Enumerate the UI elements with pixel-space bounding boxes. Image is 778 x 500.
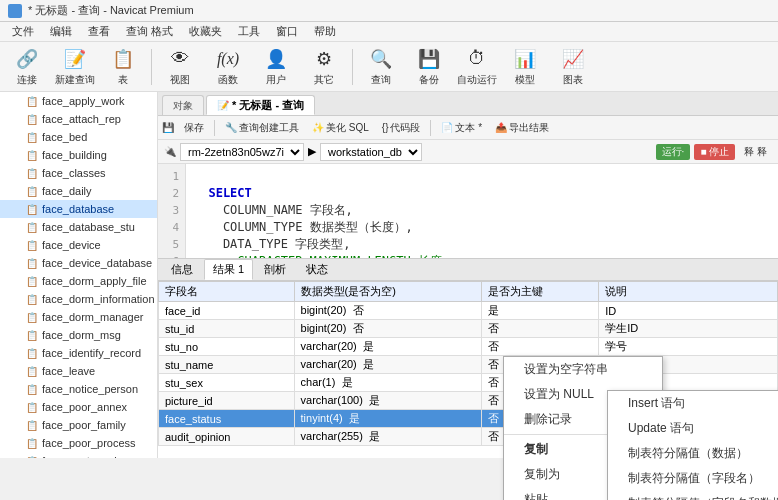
- run-btn[interactable]: 运行·: [656, 144, 691, 160]
- stop-btn[interactable]: ■ 停止: [694, 144, 735, 160]
- sub-ctx-tab-data[interactable]: 制表符分隔值（数据）: [608, 441, 778, 466]
- table-row[interactable]: stu_sex char(1) 是 否 性别: [159, 374, 778, 392]
- tool-other[interactable]: ⚙ 其它: [301, 45, 347, 89]
- cell-primary: 是: [481, 302, 598, 320]
- sidebar: 📋face_apply_work 📋face_attach_rep 📋face_…: [0, 92, 158, 458]
- col-header-field: 字段名: [159, 282, 295, 302]
- sidebar-item-7[interactable]: 📋face_database_stu: [0, 218, 157, 236]
- tool-user[interactable]: 👤 用户: [253, 45, 299, 89]
- tool-connect-label: 连接: [17, 73, 37, 87]
- sidebar-item-18[interactable]: 📋face_poor_family: [0, 416, 157, 434]
- cell-field: face_id: [159, 302, 295, 320]
- app-icon: [8, 4, 22, 18]
- cell-type: varchar(255) 是: [294, 428, 481, 446]
- sql-code-content: SELECT COLUMN_NAME 字段名, COLUMN_TYPE 数据类型…: [186, 164, 532, 258]
- sidebar-item-16[interactable]: 📋face_notice_person: [0, 380, 157, 398]
- beautify-btn[interactable]: ✨ 美化 SQL: [307, 119, 374, 137]
- table-row[interactable]: face_id bigint(20) 否 是 ID: [159, 302, 778, 320]
- export-btn[interactable]: 📤 导出结果: [490, 119, 554, 137]
- menu-window[interactable]: 窗口: [268, 22, 306, 41]
- table-row[interactable]: stu_name varchar(20) 是 否 姓名: [159, 356, 778, 374]
- title-text: * 无标题 - 查询 - Navicat Premium: [28, 3, 194, 18]
- menu-favorites[interactable]: 收藏夹: [181, 22, 230, 41]
- menu-query-format[interactable]: 查询 格式: [118, 22, 181, 41]
- sidebar-item-3[interactable]: 📋face_building: [0, 146, 157, 164]
- menu-view[interactable]: 查看: [80, 22, 118, 41]
- menu-file[interactable]: 文件: [4, 22, 42, 41]
- toolbar-separator-2: [352, 49, 353, 85]
- sidebar-item-0[interactable]: 📋face_apply_work: [0, 92, 157, 110]
- code-snippet-btn[interactable]: {} 代码段: [377, 119, 426, 137]
- query-builder-btn[interactable]: 🔧 查询创建工具: [220, 119, 304, 137]
- qtb-sep-1: [214, 120, 215, 136]
- other-icon: ⚙: [312, 47, 336, 71]
- connection-select[interactable]: rm-2zetn83n05wz7i: [180, 143, 304, 161]
- cell-primary: 否: [481, 320, 598, 338]
- ctx-set-empty[interactable]: 设置为空字符串: [504, 357, 662, 382]
- cell-primary: 否: [481, 338, 598, 356]
- sidebar-item-20[interactable]: 📋face_post_apply: [0, 452, 157, 458]
- database-select[interactable]: workstation_db: [320, 143, 422, 161]
- sidebar-item-9[interactable]: 📋face_device_database: [0, 254, 157, 272]
- table-icon-15: 📋: [26, 366, 38, 377]
- text-mode-btn[interactable]: 📄 文本 *: [436, 119, 487, 137]
- tool-view[interactable]: 👁 视图: [157, 45, 203, 89]
- sidebar-item-2[interactable]: 📋face_bed: [0, 128, 157, 146]
- sub-ctx-tab-all[interactable]: 制表符分隔值（字段名和数据）: [608, 491, 778, 500]
- tool-model[interactable]: 📊 模型: [502, 45, 548, 89]
- view-icon: 👁: [168, 47, 192, 71]
- cell-field: face_status: [159, 410, 295, 428]
- tool-backup-label: 备份: [419, 73, 439, 87]
- tool-backup[interactable]: 💾 备份: [406, 45, 452, 89]
- sidebar-item-13[interactable]: 📋face_dorm_msg: [0, 326, 157, 344]
- sidebar-item-19[interactable]: 📋face_poor_process: [0, 434, 157, 452]
- tool-autorun[interactable]: ⏱ 自动运行: [454, 45, 500, 89]
- sidebar-item-4[interactable]: 📋face_classes: [0, 164, 157, 182]
- menu-edit[interactable]: 编辑: [42, 22, 80, 41]
- results-tab-analyze[interactable]: 剖析: [255, 259, 295, 280]
- qtb-sep-2: [430, 120, 431, 136]
- title-bar: * 无标题 - 查询 - Navicat Premium: [0, 0, 778, 22]
- table-icon-14: 📋: [26, 348, 38, 359]
- menu-help[interactable]: 帮助: [306, 22, 344, 41]
- user-icon: 👤: [264, 47, 288, 71]
- tool-table[interactable]: 📋 表: [100, 45, 146, 89]
- tool-other-label: 其它: [314, 73, 334, 87]
- sidebar-item-8[interactable]: 📋face_device: [0, 236, 157, 254]
- connect-icon: 🔗: [15, 47, 39, 71]
- tool-chart[interactable]: 📈 图表: [550, 45, 596, 89]
- col-header-primary: 是否为主键: [481, 282, 598, 302]
- results-tab-info[interactable]: 信息: [162, 259, 202, 280]
- sidebar-item-17[interactable]: 📋face_poor_annex: [0, 398, 157, 416]
- object-tab[interactable]: 对象: [162, 95, 204, 115]
- sidebar-item-6[interactable]: 📋face_database: [0, 200, 157, 218]
- sidebar-item-12[interactable]: 📋face_dorm_manager: [0, 308, 157, 326]
- sidebar-item-15[interactable]: 📋face_leave: [0, 362, 157, 380]
- sidebar-item-14[interactable]: 📋face_identify_record: [0, 344, 157, 362]
- tool-function[interactable]: f(x) 函数: [205, 45, 251, 89]
- sub-ctx-update[interactable]: Update 语句: [608, 416, 778, 441]
- sidebar-item-11[interactable]: 📋face_dorm_information: [0, 290, 157, 308]
- col-header-type: 数据类型(是否为空): [294, 282, 481, 302]
- tool-new-query[interactable]: 📝 新建查询: [52, 45, 98, 89]
- save-btn[interactable]: 保存: [179, 119, 209, 137]
- sql-editor[interactable]: 123456789 SELECT COLUMN_NAME 字段名, COLUMN…: [158, 164, 778, 258]
- explain-btn[interactable]: 释 释: [739, 143, 772, 161]
- cell-field: stu_id: [159, 320, 295, 338]
- results-tab-result[interactable]: 结果 1: [204, 259, 253, 280]
- table-row[interactable]: stu_no varchar(20) 是 否 学号: [159, 338, 778, 356]
- table-icon-10: 📋: [26, 276, 38, 287]
- table-icon-7: 📋: [26, 222, 38, 233]
- menu-tools[interactable]: 工具: [230, 22, 268, 41]
- sub-ctx-insert[interactable]: Insert 语句: [608, 391, 778, 416]
- sub-ctx-tab-fields[interactable]: 制表符分隔值（字段名）: [608, 466, 778, 491]
- sidebar-item-10[interactable]: 📋face_dorm_apply_file: [0, 272, 157, 290]
- sidebar-item-5[interactable]: 📋face_daily: [0, 182, 157, 200]
- query-tab[interactable]: 📝 * 无标题 - 查询: [206, 95, 315, 115]
- tool-query[interactable]: 🔍 查询: [358, 45, 404, 89]
- tool-connect[interactable]: 🔗 连接: [4, 45, 50, 89]
- table-row[interactable]: stu_id bigint(20) 否 否 学生ID: [159, 320, 778, 338]
- backup-icon: 💾: [417, 47, 441, 71]
- sidebar-item-1[interactable]: 📋face_attach_rep: [0, 110, 157, 128]
- results-tab-status[interactable]: 状态: [297, 259, 337, 280]
